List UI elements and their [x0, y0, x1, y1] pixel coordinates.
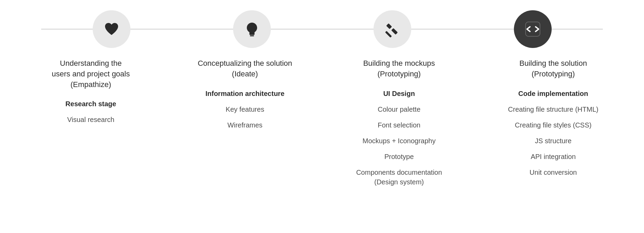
phase-item-components-documentation: Components documentation(Design system) — [356, 168, 442, 187]
icon-circle-empathize — [93, 10, 130, 48]
diagram-container: Understanding theusers and project goals… — [0, 10, 644, 193]
icon-circle-ideate — [233, 10, 271, 48]
phase-title-solution: Building the solution(Prototyping) — [519, 58, 587, 79]
timeline-row — [0, 10, 644, 48]
content-row: Understanding theusers and project goals… — [0, 58, 644, 193]
svg-rect-3 — [386, 23, 392, 29]
lightbulb-icon — [243, 21, 261, 38]
phase-item-css: Creating file styles (CSS) — [515, 120, 591, 130]
icon-circle-code — [514, 10, 552, 48]
phase-subtitle-code-implementation: Code implementation — [518, 90, 588, 98]
phase-item-prototype: Prototype — [384, 152, 414, 161]
phase-item-js: JS structure — [535, 136, 572, 146]
phase-item-key-features: Key features — [226, 105, 264, 114]
heart-icon — [103, 21, 120, 38]
phase-item-html: Creating file structure (HTML) — [508, 105, 598, 114]
phase-item-visual-research: Visual research — [67, 115, 114, 124]
phase-subtitle-empathize: Research stage — [66, 100, 116, 108]
phase-content-empathize: Understanding theusers and project goals… — [14, 58, 168, 193]
phase-col-empathize — [41, 10, 182, 48]
phase-col-prototype-mockups — [322, 10, 462, 48]
phase-content-ideate: Conceptualizing the solution(Ideate) Inf… — [168, 58, 322, 193]
code-icon — [524, 21, 541, 38]
icon-circle-hammer — [373, 10, 411, 48]
phase-content-solution: Building the solution(Prototyping) Code … — [476, 58, 630, 193]
svg-rect-0 — [250, 35, 254, 36]
phase-item-unit-conversion: Unit conversion — [530, 168, 577, 177]
hammer-icon — [384, 21, 401, 38]
phase-item-font-selection: Font selection — [378, 120, 421, 130]
phase-title-empathize: Understanding theusers and project goals… — [52, 58, 130, 90]
phase-subtitle-ideate: Information architecture — [205, 90, 284, 98]
phase-col-solution — [462, 10, 603, 48]
phase-subtitle-ui-design: UI Design — [383, 90, 415, 98]
phase-content-prototype-mockups: Building the mockups(Prototyping) UI Des… — [322, 58, 476, 193]
phase-item-wireframes: Wireframes — [227, 120, 262, 130]
svg-rect-1 — [391, 28, 398, 35]
phase-title-ideate: Conceptualizing the solution(Ideate) — [198, 58, 292, 79]
phase-col-ideate — [182, 10, 322, 48]
phase-item-mockups-iconography: Mockups + Iconography — [363, 136, 436, 146]
phase-item-api: API integration — [531, 152, 576, 161]
phase-item-colour-palette: Colour palette — [378, 105, 421, 114]
svg-rect-2 — [385, 31, 392, 38]
phase-columns — [41, 10, 603, 48]
phase-title-prototype-mockups: Building the mockups(Prototyping) — [363, 58, 435, 79]
